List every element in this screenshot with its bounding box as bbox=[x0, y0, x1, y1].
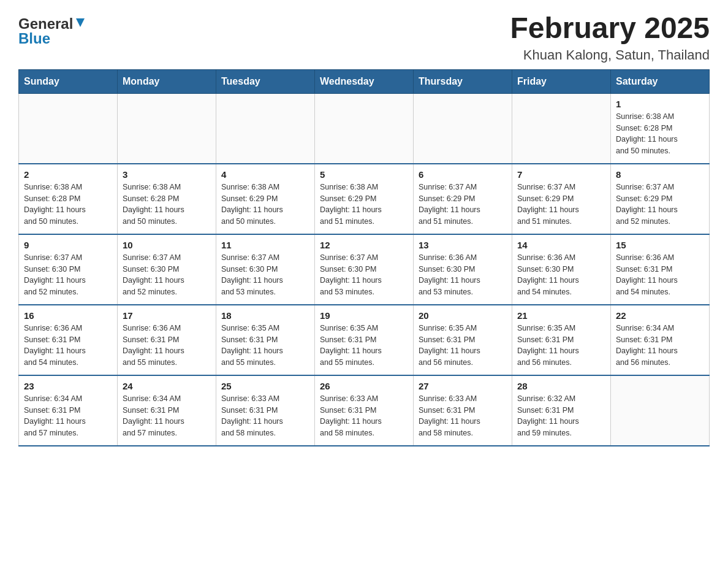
day-number: 4 bbox=[221, 169, 309, 180]
day-number: 27 bbox=[419, 381, 507, 391]
day-number: 16 bbox=[24, 310, 112, 321]
weekday-header-monday: Monday bbox=[118, 69, 216, 93]
page-header: General Blue February 2025 Khuan Kalong,… bbox=[18, 12, 710, 63]
day-info: Sunrise: 6:37 AM Sunset: 6:29 PM Dayligh… bbox=[419, 182, 507, 228]
calendar-day-cell bbox=[611, 375, 710, 446]
day-info: Sunrise: 6:37 AM Sunset: 6:29 PM Dayligh… bbox=[616, 182, 704, 228]
day-number: 7 bbox=[517, 169, 605, 180]
day-info: Sunrise: 6:34 AM Sunset: 6:31 PM Dayligh… bbox=[123, 393, 211, 439]
day-number: 2 bbox=[24, 169, 112, 180]
calendar-day-cell: 6Sunrise: 6:37 AM Sunset: 6:29 PM Daylig… bbox=[414, 164, 512, 234]
calendar-day-cell: 10Sunrise: 6:37 AM Sunset: 6:30 PM Dayli… bbox=[118, 234, 216, 305]
day-number: 1 bbox=[616, 99, 704, 109]
calendar-day-cell: 4Sunrise: 6:38 AM Sunset: 6:29 PM Daylig… bbox=[216, 164, 315, 234]
calendar-day-cell: 14Sunrise: 6:36 AM Sunset: 6:30 PM Dayli… bbox=[512, 234, 611, 305]
calendar-day-cell: 11Sunrise: 6:37 AM Sunset: 6:30 PM Dayli… bbox=[216, 234, 315, 305]
day-info: Sunrise: 6:36 AM Sunset: 6:31 PM Dayligh… bbox=[123, 323, 211, 369]
day-info: Sunrise: 6:35 AM Sunset: 6:31 PM Dayligh… bbox=[419, 323, 507, 369]
day-info: Sunrise: 6:34 AM Sunset: 6:31 PM Dayligh… bbox=[616, 323, 704, 369]
calendar-day-cell: 13Sunrise: 6:36 AM Sunset: 6:30 PM Dayli… bbox=[414, 234, 512, 305]
calendar-day-cell: 27Sunrise: 6:33 AM Sunset: 6:31 PM Dayli… bbox=[414, 375, 512, 446]
day-number: 21 bbox=[517, 310, 605, 321]
logo-blue-text: Blue bbox=[18, 30, 50, 47]
calendar-day-cell: 21Sunrise: 6:35 AM Sunset: 6:31 PM Dayli… bbox=[512, 305, 611, 375]
day-number: 23 bbox=[24, 381, 112, 391]
day-number: 5 bbox=[320, 169, 408, 180]
calendar-day-cell: 20Sunrise: 6:35 AM Sunset: 6:31 PM Dayli… bbox=[414, 305, 512, 375]
calendar-day-cell: 23Sunrise: 6:34 AM Sunset: 6:31 PM Dayli… bbox=[19, 375, 118, 446]
day-info: Sunrise: 6:35 AM Sunset: 6:31 PM Dayligh… bbox=[221, 323, 309, 369]
calendar-week-row: 1Sunrise: 6:38 AM Sunset: 6:28 PM Daylig… bbox=[19, 93, 710, 164]
day-number: 9 bbox=[24, 240, 112, 250]
day-info: Sunrise: 6:33 AM Sunset: 6:31 PM Dayligh… bbox=[221, 393, 309, 439]
day-info: Sunrise: 6:37 AM Sunset: 6:30 PM Dayligh… bbox=[221, 252, 309, 298]
day-number: 12 bbox=[320, 240, 408, 250]
calendar-day-cell: 5Sunrise: 6:38 AM Sunset: 6:29 PM Daylig… bbox=[315, 164, 414, 234]
day-info: Sunrise: 6:38 AM Sunset: 6:28 PM Dayligh… bbox=[24, 182, 112, 228]
day-number: 28 bbox=[517, 381, 605, 391]
day-number: 11 bbox=[221, 240, 309, 250]
weekday-header-thursday: Thursday bbox=[414, 69, 512, 93]
day-number: 13 bbox=[419, 240, 507, 250]
weekday-header-friday: Friday bbox=[512, 69, 611, 93]
calendar-day-cell: 28Sunrise: 6:32 AM Sunset: 6:31 PM Dayli… bbox=[512, 375, 611, 446]
calendar-day-cell: 8Sunrise: 6:37 AM Sunset: 6:29 PM Daylig… bbox=[611, 164, 710, 234]
day-number: 3 bbox=[123, 169, 211, 180]
day-info: Sunrise: 6:33 AM Sunset: 6:31 PM Dayligh… bbox=[419, 393, 507, 439]
logo: General Blue bbox=[18, 12, 86, 47]
calendar-day-cell: 19Sunrise: 6:35 AM Sunset: 6:31 PM Dayli… bbox=[315, 305, 414, 375]
calendar-day-cell: 9Sunrise: 6:37 AM Sunset: 6:30 PM Daylig… bbox=[19, 234, 118, 305]
day-info: Sunrise: 6:38 AM Sunset: 6:28 PM Dayligh… bbox=[123, 182, 211, 228]
day-number: 6 bbox=[419, 169, 507, 180]
calendar-day-cell: 12Sunrise: 6:37 AM Sunset: 6:30 PM Dayli… bbox=[315, 234, 414, 305]
weekday-header-sunday: Sunday bbox=[19, 69, 118, 93]
day-info: Sunrise: 6:36 AM Sunset: 6:31 PM Dayligh… bbox=[24, 323, 112, 369]
calendar-week-row: 9Sunrise: 6:37 AM Sunset: 6:30 PM Daylig… bbox=[19, 234, 710, 305]
weekday-header-row: SundayMondayTuesdayWednesdayThursdayFrid… bbox=[19, 69, 710, 93]
day-number: 22 bbox=[616, 310, 704, 321]
calendar-day-cell: 17Sunrise: 6:36 AM Sunset: 6:31 PM Dayli… bbox=[118, 305, 216, 375]
day-number: 14 bbox=[517, 240, 605, 250]
page-title: February 2025 bbox=[510, 12, 710, 45]
svg-marker-0 bbox=[76, 18, 85, 27]
calendar-day-cell bbox=[512, 93, 611, 164]
day-info: Sunrise: 6:37 AM Sunset: 6:30 PM Dayligh… bbox=[320, 252, 408, 298]
calendar-day-cell bbox=[315, 93, 414, 164]
weekday-header-wednesday: Wednesday bbox=[315, 69, 414, 93]
calendar-day-cell bbox=[19, 93, 118, 164]
day-number: 19 bbox=[320, 310, 408, 321]
logo-triangle-icon bbox=[75, 17, 86, 31]
calendar-day-cell bbox=[118, 93, 216, 164]
day-info: Sunrise: 6:38 AM Sunset: 6:28 PM Dayligh… bbox=[616, 111, 704, 157]
day-info: Sunrise: 6:35 AM Sunset: 6:31 PM Dayligh… bbox=[517, 323, 605, 369]
calendar-day-cell: 7Sunrise: 6:37 AM Sunset: 6:29 PM Daylig… bbox=[512, 164, 611, 234]
calendar-day-cell: 24Sunrise: 6:34 AM Sunset: 6:31 PM Dayli… bbox=[118, 375, 216, 446]
calendar-day-cell: 25Sunrise: 6:33 AM Sunset: 6:31 PM Dayli… bbox=[216, 375, 315, 446]
day-number: 25 bbox=[221, 381, 309, 391]
day-info: Sunrise: 6:33 AM Sunset: 6:31 PM Dayligh… bbox=[320, 393, 408, 439]
calendar-day-cell bbox=[414, 93, 512, 164]
day-number: 17 bbox=[123, 310, 211, 321]
day-number: 20 bbox=[419, 310, 507, 321]
calendar-table: SundayMondayTuesdayWednesdayThursdayFrid… bbox=[18, 69, 710, 446]
day-info: Sunrise: 6:37 AM Sunset: 6:30 PM Dayligh… bbox=[123, 252, 211, 298]
day-info: Sunrise: 6:37 AM Sunset: 6:29 PM Dayligh… bbox=[517, 182, 605, 228]
title-block: February 2025 Khuan Kalong, Satun, Thail… bbox=[510, 12, 710, 63]
calendar-week-row: 23Sunrise: 6:34 AM Sunset: 6:31 PM Dayli… bbox=[19, 375, 710, 446]
day-info: Sunrise: 6:36 AM Sunset: 6:31 PM Dayligh… bbox=[616, 252, 704, 298]
day-info: Sunrise: 6:37 AM Sunset: 6:30 PM Dayligh… bbox=[24, 252, 112, 298]
day-number: 8 bbox=[616, 169, 704, 180]
day-number: 26 bbox=[320, 381, 408, 391]
calendar-day-cell: 26Sunrise: 6:33 AM Sunset: 6:31 PM Dayli… bbox=[315, 375, 414, 446]
calendar-week-row: 2Sunrise: 6:38 AM Sunset: 6:28 PM Daylig… bbox=[19, 164, 710, 234]
page-subtitle: Khuan Kalong, Satun, Thailand bbox=[510, 47, 710, 63]
day-number: 15 bbox=[616, 240, 704, 250]
day-info: Sunrise: 6:36 AM Sunset: 6:30 PM Dayligh… bbox=[419, 252, 507, 298]
calendar-day-cell: 16Sunrise: 6:36 AM Sunset: 6:31 PM Dayli… bbox=[19, 305, 118, 375]
calendar-day-cell: 18Sunrise: 6:35 AM Sunset: 6:31 PM Dayli… bbox=[216, 305, 315, 375]
day-number: 18 bbox=[221, 310, 309, 321]
calendar-day-cell: 3Sunrise: 6:38 AM Sunset: 6:28 PM Daylig… bbox=[118, 164, 216, 234]
calendar-day-cell bbox=[216, 93, 315, 164]
weekday-header-tuesday: Tuesday bbox=[216, 69, 315, 93]
calendar-week-row: 16Sunrise: 6:36 AM Sunset: 6:31 PM Dayli… bbox=[19, 305, 710, 375]
